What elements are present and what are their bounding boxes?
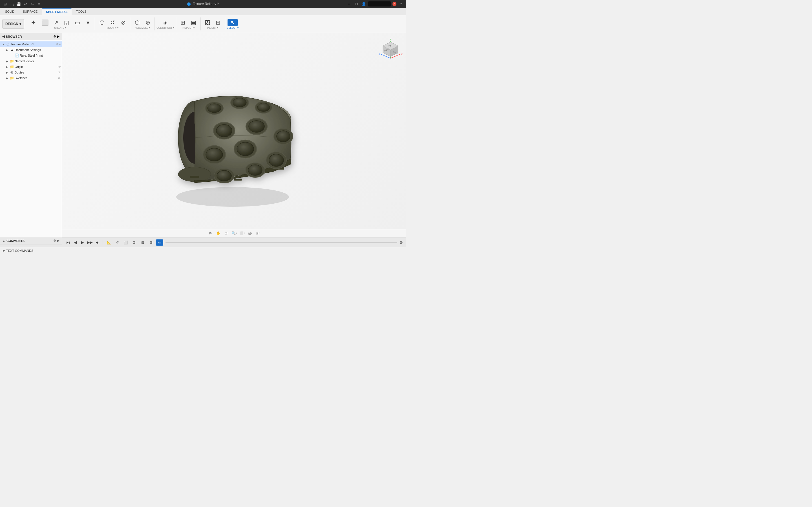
browser-header: ◀ BROWSER ⚙ ▶ [0, 33, 62, 40]
bodies-eye-icon[interactable]: 👁 [58, 71, 61, 74]
app-grid-icon[interactable]: ⊞ [2, 1, 8, 7]
inspect-section: ⊞ ▣ INSPECT ▾ [178, 19, 199, 29]
pan-btn[interactable]: ✋ [215, 230, 221, 236]
grid-btn[interactable]: ⊞ ▾ [254, 230, 261, 236]
bottom-bar: ▲ COMMENTS ⚙ ▶ ⏮ ◀ ▶ ▶▶ ⏭ 📐 ↺ ⬜ ⊡ ⊟ ⊞ ▭ … [0, 237, 406, 247]
doc-settings-expander[interactable]: ▶ [5, 48, 9, 52]
inspect-btn-measure[interactable]: ⊞ [178, 19, 188, 26]
timeline-scrubber[interactable] [165, 242, 397, 243]
anim-go-start[interactable]: ⏮ [65, 239, 71, 245]
anim-settings-icon[interactable]: ⚙ [400, 240, 403, 245]
tab-solid[interactable]: SOLID [1, 8, 18, 15]
construct-plane-icon: ◈ [163, 20, 167, 25]
tree-item-rule[interactable]: 📄 Rule: Steel (mm) [0, 53, 62, 58]
orbit-btn[interactable]: ⊕ ▾ [207, 230, 214, 236]
bodies-expander[interactable]: ▶ [5, 71, 9, 74]
create-btn-loft[interactable]: ▭ [72, 19, 82, 26]
construct-btn-plane[interactable]: ◈ [159, 19, 171, 26]
modify-btn-shell[interactable]: ↺ [107, 19, 117, 26]
sketches-eye-icon[interactable]: 👁 [58, 76, 61, 80]
tree-item-doc-settings[interactable]: ▶ ⚙ Document Settings [0, 47, 62, 53]
sketches-expander[interactable]: ▶ [5, 76, 9, 80]
more-icon[interactable]: ▾ [36, 1, 42, 7]
comments-title-area: ▲ COMMENTS [2, 239, 24, 242]
orbit-icon: ⊕ [208, 231, 211, 235]
anim-go-end[interactable]: ⏭ [94, 239, 100, 245]
comments-expand-icon[interactable]: ▶ [57, 239, 59, 242]
anim-tool-plus[interactable]: ⊞ [147, 239, 155, 245]
close-button[interactable]: ✕ [393, 2, 396, 6]
anim-play[interactable]: ▶ [80, 239, 86, 245]
help-update-icon[interactable]: ↻ [354, 1, 359, 7]
anim-tool-grid[interactable]: ⊡ [131, 239, 138, 245]
named-views-expander[interactable]: ▶ [5, 60, 9, 63]
anim-tool-rotate[interactable]: ↺ [114, 239, 121, 245]
display-mode-btn[interactable]: ⬜ ▾ [239, 230, 245, 236]
insert-btn-canvas[interactable]: 🖼 [202, 19, 213, 26]
help-icon[interactable]: ? [398, 1, 404, 7]
comments-collapse-icon[interactable]: ▲ [2, 239, 5, 242]
browser-settings-icon[interactable]: ⚙ [53, 35, 56, 38]
effects-btn[interactable]: ◱ ▾ [246, 230, 253, 236]
titlebar-right: + ↻ 👤 ✕ ? [346, 1, 404, 7]
construct-label: CONSTRUCT ▾ [156, 26, 174, 29]
origin-eye-icon[interactable]: 👁 [58, 65, 61, 68]
zoom-btn[interactable]: 🔍 ▾ [231, 230, 238, 236]
browser-expand-icon[interactable]: ▶ [57, 35, 59, 38]
add-tab-icon[interactable]: + [346, 1, 352, 7]
viewcube[interactable]: Z X Y TOP RIGHT FRONT [378, 36, 403, 61]
origin-label: Origin [15, 65, 57, 68]
create-btn-more[interactable]: ▾ [83, 19, 93, 26]
text-commands-arrow-icon[interactable]: ▶ [3, 249, 5, 252]
create-btn-new-component[interactable]: ✦ [27, 19, 40, 26]
anim-prev[interactable]: ◀ [72, 239, 79, 245]
insert-btn-decal[interactable]: ⊞ [213, 19, 223, 26]
zoom-fit-btn[interactable]: ⊡ [223, 230, 230, 236]
root-dot-icon: ● [59, 43, 61, 46]
design-arrow-icon: ▾ [19, 22, 21, 26]
create-label: CREATE ▾ [54, 26, 66, 29]
create-btn-revolve[interactable]: ↗ [51, 19, 61, 26]
modify-btn-more[interactable]: ⊘ [118, 19, 128, 26]
tab-surface[interactable]: SURFACE [19, 8, 42, 15]
tree-item-sketches[interactable]: ▶ 📁 Sketches 👁 [0, 75, 62, 81]
assemble-btn-joint[interactable]: ⬡ [132, 19, 142, 26]
assemble-btn-more[interactable]: ⊕ [143, 19, 153, 26]
anim-tool-sketch[interactable]: 📐 [105, 239, 112, 245]
comments-settings-icon[interactable]: ⚙ [53, 239, 56, 242]
account-icon[interactable]: 👤 [361, 1, 366, 7]
zoom-fit-icon: ⊡ [225, 231, 227, 235]
browser-collapse-icon[interactable]: ◀ [2, 35, 4, 38]
insert-section: 🖼 ⊞ INSERT ▾ [202, 19, 223, 29]
display-arrow-icon: ▾ [244, 232, 245, 234]
tab-tools[interactable]: TOOLS [72, 8, 91, 15]
tree-item-named-views[interactable]: ▶ 📁 Named Views [0, 58, 62, 64]
save-icon[interactable]: 💾 [16, 1, 21, 7]
anim-tool-timeline[interactable]: ▭ [156, 239, 163, 245]
select-section-arrow-icon: ▾ [238, 26, 239, 29]
tree-item-root[interactable]: ▾ ⬡ Texture Roller v1 👁 ● [0, 41, 62, 47]
create-btn-extrude[interactable]: ⬜ [40, 19, 50, 26]
anim-tool-minus[interactable]: ⊟ [139, 239, 146, 245]
svg-point-3 [178, 167, 211, 182]
anim-tool-rect[interactable]: ⬜ [122, 239, 130, 245]
root-eye-icon[interactable]: 👁 [56, 43, 59, 46]
tree-item-origin[interactable]: ▶ 📁 Origin 👁 [0, 64, 62, 69]
root-expander[interactable]: ▾ [1, 43, 5, 46]
create-btn-sweep[interactable]: ◱ [61, 19, 71, 26]
design-button[interactable]: DESIGN ▾ [2, 19, 24, 29]
tab-sheet-metal[interactable]: SHEET METAL [42, 8, 71, 15]
undo-icon[interactable]: ↩ [22, 1, 28, 7]
anim-next[interactable]: ▶▶ [87, 239, 93, 245]
svg-point-14 [216, 124, 232, 137]
inspect-btn-section[interactable]: ▣ [189, 19, 199, 26]
modify-btn-fillet[interactable]: ⬡ [97, 19, 107, 26]
grid-icon: ⊞ [256, 231, 259, 235]
viewport[interactable]: Z X Y TOP RIGHT FRONT [62, 33, 406, 237]
origin-expander[interactable]: ▶ [5, 65, 9, 68]
apps-icon[interactable]: ⋮⋮ [9, 1, 15, 7]
select-btn[interactable]: ↖ [227, 19, 238, 26]
redo-icon[interactable]: ↪ [29, 1, 35, 7]
tree-item-bodies[interactable]: ▶ ◎ Bodies 👁 [0, 69, 62, 75]
select-label: SELECT ▾ [227, 26, 239, 29]
